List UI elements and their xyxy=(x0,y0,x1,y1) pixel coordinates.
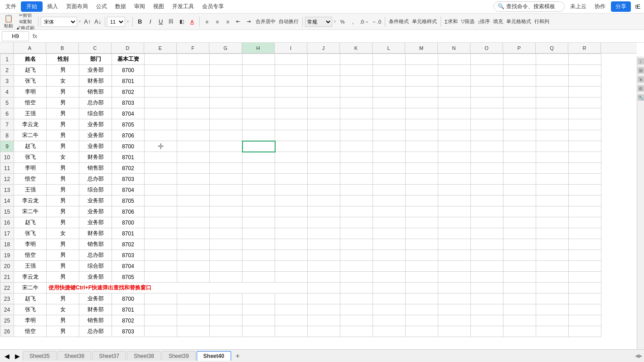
cell-i4[interactable] xyxy=(275,87,308,98)
cell-q22[interactable] xyxy=(536,283,569,294)
cell-p13[interactable] xyxy=(504,185,536,196)
cell-g11[interactable] xyxy=(210,163,242,174)
cell-d2[interactable]: 8700 xyxy=(112,65,145,76)
col-header-e[interactable]: E xyxy=(144,43,177,54)
cell-b6[interactable]: 男 xyxy=(47,108,79,119)
cell-b12[interactable]: 男 xyxy=(47,174,79,185)
cell-r18[interactable] xyxy=(569,239,601,250)
cell-h11[interactable] xyxy=(242,163,275,174)
cell-b8[interactable]: 男 xyxy=(47,130,79,141)
fill-color-button[interactable]: ◧ xyxy=(177,16,187,28)
cell-h15[interactable] xyxy=(242,206,275,217)
cell-d10[interactable]: 8701 xyxy=(112,152,145,163)
col-header-r[interactable]: R xyxy=(568,43,601,54)
cell-h13[interactable] xyxy=(242,185,275,196)
cell-e1[interactable] xyxy=(145,54,177,65)
cell-n5[interactable] xyxy=(438,98,471,108)
increase-font-button[interactable]: A↑ xyxy=(82,16,92,28)
cell-h16[interactable] xyxy=(242,217,275,228)
cell-b5[interactable]: 男 xyxy=(47,98,79,108)
cell-p4[interactable] xyxy=(504,87,536,98)
cell-i7[interactable] xyxy=(275,119,308,130)
cell-o10[interactable] xyxy=(471,152,504,163)
cell-l18[interactable] xyxy=(373,239,406,250)
scroll-tabs-left[interactable]: ◀ xyxy=(2,352,12,360)
cell-i8[interactable] xyxy=(275,130,308,141)
col-header-c[interactable]: C xyxy=(79,43,111,54)
cell-i18[interactable] xyxy=(275,239,308,250)
cell-f15[interactable] xyxy=(177,206,210,217)
cell-l22[interactable] xyxy=(373,283,406,294)
cell-a17[interactable]: 张飞 xyxy=(14,228,47,239)
cell-m9[interactable] xyxy=(406,141,438,152)
align-center-button[interactable]: ≡ xyxy=(213,16,223,28)
sidebar-icon-2[interactable]: ⊞ xyxy=(638,67,644,73)
cell-p9[interactable] xyxy=(504,141,536,152)
cell-e12[interactable] xyxy=(145,174,177,185)
cell-r4[interactable] xyxy=(569,87,601,98)
cell-j25[interactable] xyxy=(308,315,340,326)
cell-g9[interactable] xyxy=(210,141,242,152)
cell-o19[interactable] xyxy=(471,250,504,261)
cell-g25[interactable] xyxy=(210,315,242,326)
cell-r5[interactable] xyxy=(569,98,601,108)
cell-b7[interactable]: 男 xyxy=(47,119,79,130)
cell-f25[interactable] xyxy=(177,315,210,326)
cell-o18[interactable] xyxy=(471,239,504,250)
cell-d4[interactable]: 8702 xyxy=(112,87,145,98)
cell-f26[interactable] xyxy=(177,326,210,337)
cell-b15[interactable]: 男 xyxy=(47,206,79,217)
fill-button[interactable]: 填充 xyxy=(492,16,504,28)
cell-p15[interactable] xyxy=(504,206,536,217)
cell-b19[interactable]: 男 xyxy=(47,250,79,261)
cell-a3[interactable]: 张飞 xyxy=(14,76,47,87)
cell-i23[interactable] xyxy=(275,294,308,304)
col-header-g[interactable]: G xyxy=(209,43,242,54)
cell-c11[interactable]: 销售部 xyxy=(79,163,112,174)
cell-j14[interactable] xyxy=(308,196,340,206)
sheet-tab-sheet40[interactable]: Sheet40 xyxy=(197,351,231,361)
cell-b24[interactable]: 女 xyxy=(47,304,79,315)
cell-p16[interactable] xyxy=(504,217,536,228)
sidebar-icon-1[interactable]: ↕ xyxy=(638,58,644,64)
cell-b17[interactable]: 女 xyxy=(47,228,79,239)
cell-h1[interactable] xyxy=(242,54,275,65)
cell-d19[interactable]: 8703 xyxy=(112,250,145,261)
cell-m5[interactable] xyxy=(406,98,438,108)
cell-f24[interactable] xyxy=(177,304,210,315)
cell-e2[interactable] xyxy=(145,65,177,76)
cell-o25[interactable] xyxy=(471,315,504,326)
cell-f10[interactable] xyxy=(177,152,210,163)
cell-m18[interactable] xyxy=(406,239,438,250)
cell-b23[interactable]: 男 xyxy=(47,294,79,304)
sidebar-icon-3[interactable]: 🖱 xyxy=(638,76,644,83)
col-header-l[interactable]: L xyxy=(373,43,405,54)
cell-a7[interactable]: 李云龙 xyxy=(14,119,47,130)
cell-k1[interactable] xyxy=(340,54,373,65)
cell-a12[interactable]: 悟空 xyxy=(14,174,47,185)
cell-f1[interactable] xyxy=(177,54,210,65)
cell-f5[interactable] xyxy=(177,98,210,108)
cell-d21[interactable]: 8705 xyxy=(112,272,145,283)
cell-e11[interactable] xyxy=(145,163,177,174)
cell-i14[interactable] xyxy=(275,196,308,206)
cell-d13[interactable]: 8704 xyxy=(112,185,145,196)
font-color-button[interactable]: A xyxy=(187,16,197,28)
cell-c19[interactable]: 总办部 xyxy=(79,250,112,261)
row-col-button[interactable]: 行和列 xyxy=(533,16,551,28)
cell-o14[interactable] xyxy=(471,196,504,206)
cell-r6[interactable] xyxy=(569,108,601,119)
cell-g15[interactable] xyxy=(210,206,242,217)
share-button[interactable]: 分享 xyxy=(611,1,631,12)
cell-o4[interactable] xyxy=(471,87,504,98)
indent-decrease-button[interactable]: ⇤ xyxy=(233,16,243,28)
cell-q2[interactable] xyxy=(536,65,569,76)
col-header-n[interactable]: N xyxy=(438,43,470,54)
cell-a20[interactable]: 王强 xyxy=(14,261,47,272)
cell-q3[interactable] xyxy=(536,76,569,87)
cell-f17[interactable] xyxy=(177,228,210,239)
cell-o3[interactable] xyxy=(471,76,504,87)
cell-d5[interactable]: 8703 xyxy=(112,98,145,108)
cell-e15[interactable] xyxy=(145,206,177,217)
cell-l24[interactable] xyxy=(373,304,406,315)
